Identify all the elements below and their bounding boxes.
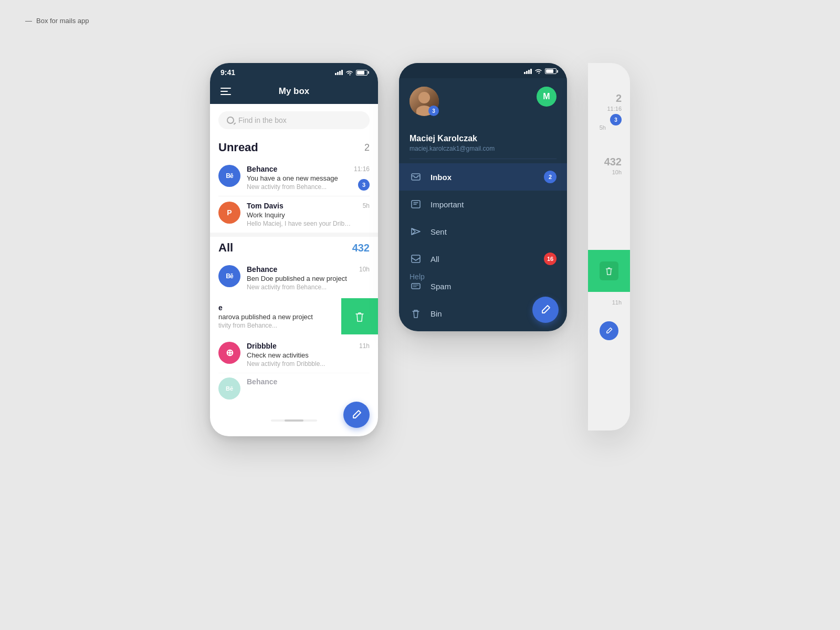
mail-content: Behance 10h Ben Doe published a new proj… bbox=[247, 265, 370, 291]
mail-sender: Tom Davis bbox=[247, 202, 284, 210]
trash-icon bbox=[354, 311, 365, 322]
all-badge: 16 bbox=[544, 253, 556, 265]
inbox-badge: 2 bbox=[544, 171, 556, 183]
list-item[interactable]: ⊕ Dribbble 11h Check new activities New … bbox=[218, 337, 370, 373]
mail-subject: Work Inquiry bbox=[247, 211, 370, 219]
profile-header: 3 M bbox=[399, 78, 567, 127]
help-link[interactable]: Help bbox=[399, 264, 435, 289]
mail-sender: Behance bbox=[247, 165, 277, 173]
right-phone: 3 M Maciej Karolczak maciej.karolczak1@g… bbox=[399, 63, 567, 331]
mail-preview: Hello Maciej, I have seen your Dribbble.… bbox=[247, 220, 352, 227]
partial-count: 2 bbox=[592, 84, 626, 104]
compose-fab[interactable] bbox=[343, 402, 370, 428]
status-bar-right bbox=[399, 63, 567, 78]
status-bar-left: 9:41 bbox=[210, 63, 378, 81]
mail-subject: You have a one new message bbox=[247, 174, 370, 182]
time-left: 9:41 bbox=[220, 68, 235, 77]
profile-info: Maciej Karolczak maciej.karolczak1@gmail… bbox=[399, 134, 567, 152]
compose-fab-right[interactable] bbox=[532, 297, 559, 323]
swipe-delete-action[interactable] bbox=[341, 298, 378, 334]
partial-content: 2 11:16 3 5h 432 10h bbox=[588, 63, 630, 176]
sent-icon bbox=[410, 225, 422, 238]
menu-label: Spam bbox=[430, 282, 556, 291]
profile-email: maciej.karolczak1@gmail.com bbox=[410, 145, 556, 152]
partial-time-4: 11h bbox=[592, 298, 626, 307]
sidebar-item-important[interactable]: Important bbox=[399, 191, 567, 218]
nav-bar-left: My box bbox=[210, 81, 378, 104]
menu-label: Inbox bbox=[430, 173, 536, 182]
all-title: All bbox=[218, 241, 233, 255]
status-icons-right bbox=[524, 68, 556, 74]
mail-content: Tom Davis 5h Work Inquiry Hello Maciej, … bbox=[247, 202, 370, 227]
avatar: Bē bbox=[218, 377, 240, 400]
mail-time: 5h bbox=[363, 202, 370, 209]
sidebar-item-sent[interactable]: Sent bbox=[399, 218, 567, 245]
avatar-count-badge: 3 bbox=[428, 106, 439, 116]
mail-content: Dribbble 11h Check new activities New ac… bbox=[247, 342, 370, 368]
app-header: — Box for mails app bbox=[25, 17, 89, 25]
all-count: 432 bbox=[352, 242, 370, 254]
sidebar-item-inbox[interactable]: Inbox 2 bbox=[399, 163, 567, 191]
partial-badge: 3 bbox=[610, 114, 622, 125]
partial-time-2: 5h bbox=[592, 123, 626, 132]
menu-label: Important bbox=[430, 200, 556, 209]
partial-phone: 2 11:16 3 5h 432 10h 11h bbox=[588, 63, 630, 430]
battery-icon-right bbox=[545, 68, 556, 74]
battery-icon bbox=[356, 70, 368, 76]
all-section-header: All 432 bbox=[218, 237, 370, 260]
mail-time: 10h bbox=[359, 266, 370, 273]
partial-time-3: 10h bbox=[592, 168, 626, 176]
unread-count: 2 bbox=[364, 142, 370, 153]
unread-section-header: Unread 2 bbox=[218, 136, 370, 160]
list-item[interactable]: Bē Behance 10h Ben Doe published a new p… bbox=[218, 260, 370, 296]
list-item[interactable]: P Tom Davis 5h Work Inquiry Hello Maciej… bbox=[218, 196, 370, 233]
help-label: Help bbox=[410, 272, 425, 281]
section-divider bbox=[210, 233, 378, 237]
wifi-icon-right bbox=[534, 68, 542, 74]
menu-label: All bbox=[430, 255, 536, 264]
mail-preview: New activity from Behance... bbox=[247, 183, 352, 191]
all-icon bbox=[410, 253, 422, 265]
signal-icon-right bbox=[524, 69, 532, 74]
phones-container: 9:41 My box bbox=[210, 63, 630, 436]
inbox-icon bbox=[410, 171, 422, 183]
mail-preview: New activity from Behance... bbox=[247, 284, 352, 291]
svg-rect-0 bbox=[412, 174, 420, 180]
partial-fab bbox=[600, 321, 618, 340]
partial-time-4-wrap: 11h bbox=[588, 292, 630, 313]
list-item[interactable]: Bē Behance 11:16 You have a one new mess… bbox=[218, 160, 370, 196]
left-phone: 9:41 My box bbox=[210, 63, 378, 436]
app-title: Box for mails app bbox=[36, 17, 89, 25]
edit-icon bbox=[351, 410, 362, 420]
status-icons-left bbox=[335, 70, 368, 76]
avatar: Bē bbox=[218, 265, 240, 287]
bin-icon bbox=[410, 307, 422, 320]
partial-time: 11:16 bbox=[592, 104, 626, 113]
avatar: ⊕ bbox=[218, 342, 240, 364]
edit-icon-right bbox=[540, 304, 551, 315]
profile-avatar-wrap: 3 bbox=[410, 87, 439, 116]
partial-all-count: 432 bbox=[592, 148, 626, 168]
mail-sender: Behance bbox=[247, 265, 277, 274]
unread-title: Unread bbox=[218, 141, 258, 154]
mail-sender: Dribbble bbox=[247, 342, 277, 350]
profile-initial: M bbox=[537, 87, 556, 107]
signal-icon bbox=[335, 70, 343, 75]
search-bar[interactable]: Find in the box bbox=[218, 111, 370, 129]
mail-time: 11h bbox=[359, 342, 370, 350]
mail-subject: Ben Doe published a new project bbox=[247, 275, 370, 282]
mail-preview: New activity from Dribbble... bbox=[247, 360, 352, 368]
mail-content: Behance 11:16 You have a one new message… bbox=[247, 165, 370, 191]
search-icon bbox=[227, 117, 234, 124]
menu-label: Sent bbox=[430, 227, 556, 236]
partial-swipe-area bbox=[588, 250, 630, 292]
unread-badge: 3 bbox=[358, 179, 370, 191]
partial-trash-icon bbox=[600, 261, 618, 280]
hamburger-menu[interactable] bbox=[220, 88, 231, 95]
search-placeholder: Find in the box bbox=[238, 116, 287, 124]
avatar: Bē bbox=[218, 165, 240, 187]
mail-time: 11:16 bbox=[354, 165, 370, 173]
mail-subject: Check new activities bbox=[247, 351, 370, 359]
mail-list: Unread 2 Bē Behance 11:16 You have a one… bbox=[210, 136, 378, 296]
mail-sender: Behance bbox=[247, 377, 277, 386]
